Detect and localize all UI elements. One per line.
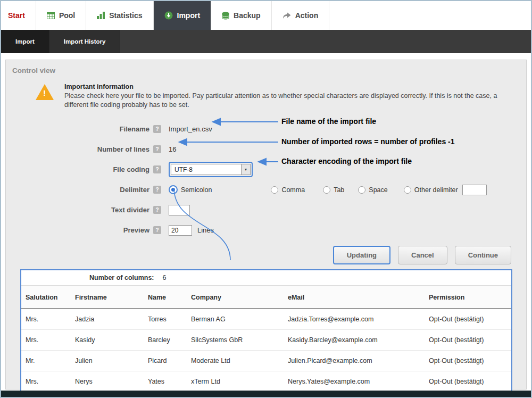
bottom-bar [1,391,531,397]
text-divider-help-icon[interactable]: ? [153,206,161,214]
other-delimiter-input[interactable] [462,185,487,195]
filename-label: Filename [6,125,149,133]
text-divider-input[interactable] [169,205,190,215]
annotation-number-of-lines: Number of imported rows = number of prof… [281,137,455,146]
filename-row: Filename ? Import_en.csv [6,119,526,139]
number-of-columns-label: Number of columns: [89,274,154,281]
text-divider-row: Text divider ? [6,200,526,220]
nav-item-action[interactable]: Action [272,1,330,30]
table-summary: Number of columns: 6 [21,270,511,286]
radio-tab-icon[interactable] [323,186,330,194]
cell-email: Julien.Picard@example.com [284,350,425,371]
table-row: Mrs. Jadzia Torres Berman AG Jadzia.Torr… [21,309,511,330]
file-coding-help-icon[interactable]: ? [153,165,161,173]
warning-icon: ! [36,84,54,100]
cell-company: SilcSystems GbR [187,329,284,350]
nav-item-pool[interactable]: Pool [36,1,86,30]
table-header-row: Salutation Firstname Name Company eMail … [21,286,511,309]
file-coding-selected-value: UTF-8 [171,166,241,173]
cell-salutation: Mrs. [21,371,71,392]
nav-item-backup-label: Backup [234,11,261,20]
number-of-columns-value: 6 [163,274,167,281]
radio-other-delimiter-icon[interactable] [404,186,411,194]
cell-name: Yates [144,371,187,392]
cell-name: Picard [144,350,187,371]
nav-item-pool-label: Pool [59,11,75,20]
cell-firstname: Jadzia [71,309,144,330]
action-buttons: Updating Cancel Continue [6,246,511,264]
nav-item-backup[interactable]: Backup [211,1,272,30]
radio-comma[interactable]: Comma [271,186,305,194]
important-information-box: ! Important information Please check her… [36,83,526,110]
nav-item-statistics[interactable]: Statistics [86,1,153,30]
pool-icon [47,12,55,19]
nav-item-start[interactable]: Start [1,1,36,30]
nav-item-start-label: Start [8,11,25,20]
updating-button[interactable]: Updating [333,246,390,264]
nav-item-import[interactable]: Import [154,1,212,30]
preview-row: Preview ? Lines [6,220,526,241]
backup-icon [222,12,229,20]
cell-firstname: Nerys [71,371,144,392]
continue-button[interactable]: Continue [455,246,511,264]
top-navigation: Start Pool Statistics Import Backup [1,1,531,30]
action-icon [282,12,291,19]
page: Start Pool Statistics Import Backup [0,0,532,398]
file-coding-label: File coding [6,165,149,173]
col-firstname: Firstname [71,286,144,309]
nav-item-import-label: Import [177,11,201,20]
chevron-down-icon[interactable]: ▼ [241,164,250,175]
preview-label: Preview [6,226,149,234]
cell-email: Nerys.Yates@example.com [284,371,425,392]
preview-data-table: Salutation Firstname Name Company eMail … [21,286,511,392]
subnav-item-import[interactable]: Import [1,30,49,53]
nav-item-action-label: Action [295,11,319,20]
cell-company: Moderate Ltd [187,350,284,371]
cell-company: xTerm Ltd [187,371,284,392]
cancel-button[interactable]: Cancel [398,246,447,264]
subnav-item-import-label: Import [15,38,35,45]
import-icon [164,11,173,20]
cell-name: Barcley [144,329,187,350]
preview-help-icon[interactable]: ? [153,226,161,234]
subnav-item-import-history[interactable]: Import History [49,30,121,53]
col-permission: Permission [425,286,511,309]
radio-semicolon[interactable]: Semicolon [169,185,212,194]
table-row: Mrs. Nerys Yates xTerm Ltd Nerys.Yates@e… [21,371,511,392]
radio-semicolon-icon[interactable] [169,185,178,194]
cell-permission: Opt-Out (bestätigt) [425,350,511,371]
subnav-item-import-history-label: Import History [64,38,106,45]
file-coding-select[interactable]: UTF-8 ▼ [171,164,251,175]
cell-permission: Opt-Out (bestätigt) [425,329,511,350]
cell-salutation: Mrs. [21,309,71,330]
preview-lines-input[interactable] [169,225,192,236]
cell-salutation: Mr. [21,350,71,371]
delimiter-help-icon[interactable]: ? [153,186,161,194]
filename-help-icon[interactable]: ? [153,125,161,133]
number-of-lines-label: Number of lines [6,145,149,153]
control-view-panel: Control view ! Important information Ple… [5,60,527,389]
text-divider-label: Text divider [6,206,149,214]
warning-text: Please check here your file to be import… [64,92,522,110]
statistics-icon [97,12,105,19]
col-company: Company [187,286,284,309]
radio-tab[interactable]: Tab [323,186,344,194]
number-of-lines-help-icon[interactable]: ? [153,145,161,153]
radio-space-icon[interactable] [358,186,365,194]
cell-firstname: Julien [71,350,144,371]
preview-lines-suffix: Lines [197,226,214,234]
warning-title: Important information [64,83,522,90]
radio-other-delimiter[interactable]: Other delimiter [404,186,458,194]
annotation-filename: File name of the import file [281,117,376,126]
delimiter-row: Delimiter ? Semicolon Comma Tab [6,180,526,200]
cell-firstname: Kasidy [71,329,144,350]
page-title: Control view [6,60,526,74]
annotation-file-coding: Character encoding of the import file [281,157,412,165]
radio-comma-icon[interactable] [271,186,278,194]
cell-company: Berman AG [187,309,284,330]
cell-permission: Opt-Out (bestätigt) [425,309,511,330]
cell-name: Torres [144,309,187,330]
radio-space[interactable]: Space [358,186,387,194]
filename-value: Import_en.csv [169,125,212,133]
nav-item-statistics-label: Statistics [109,11,142,20]
